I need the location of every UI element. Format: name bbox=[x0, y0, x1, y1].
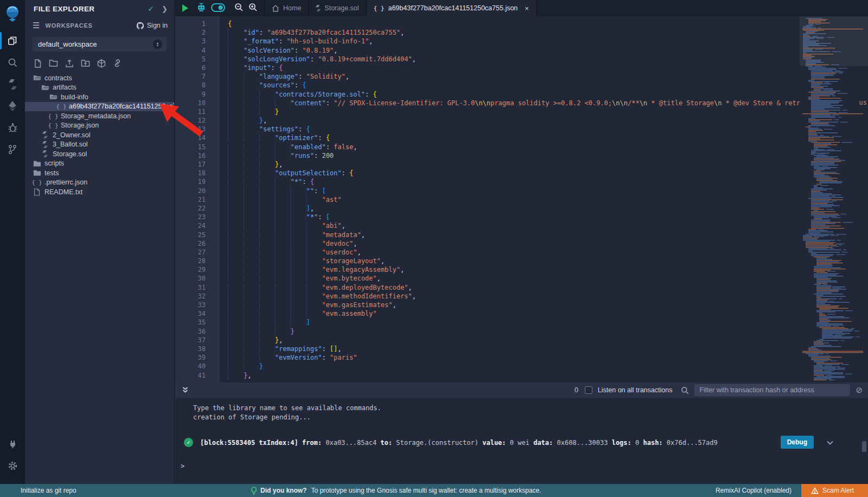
tree-item-artifacts[interactable]: artifacts bbox=[25, 83, 174, 93]
tree-item-tests[interactable]: tests bbox=[25, 168, 174, 178]
terminal[interactable]: Type the library name to see available c… bbox=[175, 398, 868, 484]
line-number[interactable]: 12 bbox=[175, 116, 219, 125]
tree-item-build-info[interactable]: build-info bbox=[25, 92, 174, 102]
run-script-button[interactable] bbox=[182, 4, 188, 12]
transaction-log-row[interactable]: ✓ [block:5583405 txIndex:4] from: 0xa03.… bbox=[184, 438, 868, 447]
tree-item-storage-metadata-json[interactable]: { }Storage_metadata.json bbox=[25, 111, 174, 121]
scam-alert-badge[interactable]: Scam Alert bbox=[801, 484, 868, 497]
line-number[interactable]: 4 bbox=[175, 46, 219, 55]
close-icon[interactable]: × bbox=[525, 4, 529, 12]
line-number[interactable]: 41 bbox=[175, 371, 219, 380]
line-number[interactable]: 40 bbox=[175, 362, 219, 371]
new-file-icon[interactable] bbox=[34, 59, 42, 68]
line-number[interactable]: 29 bbox=[175, 265, 219, 274]
sidebar-item-search[interactable] bbox=[0, 52, 25, 73]
terminal-prompt[interactable]: > bbox=[181, 462, 868, 470]
tree-item-scripts[interactable]: scripts bbox=[25, 159, 174, 169]
line-number[interactable]: 34 bbox=[175, 309, 219, 318]
tree-item--prettierrc-json[interactable]: { }.prettierrc.json bbox=[25, 178, 174, 188]
terminal-scrollbar-thumb[interactable] bbox=[862, 441, 866, 452]
line-number[interactable]: 14 bbox=[175, 133, 219, 142]
code-editor[interactable]: 1234567891011121314151617181920212223242… bbox=[175, 16, 868, 383]
sidebar-item-file-explorer[interactable] bbox=[0, 30, 25, 52]
link-icon[interactable] bbox=[113, 59, 122, 68]
line-number[interactable]: 6 bbox=[175, 63, 219, 72]
line-number[interactable]: 26 bbox=[175, 239, 219, 248]
zoom-in-icon[interactable] bbox=[248, 3, 258, 14]
line-number[interactable]: 33 bbox=[175, 301, 219, 309]
line-number[interactable]: 32 bbox=[175, 292, 219, 301]
line-number[interactable]: 21 bbox=[175, 195, 219, 204]
sidebar-item-settings[interactable] bbox=[0, 455, 25, 476]
tree-item-contracts[interactable]: contracts bbox=[25, 73, 174, 83]
line-number[interactable]: 25 bbox=[175, 231, 219, 239]
debug-button[interactable]: Debug bbox=[781, 436, 814, 449]
sidebar-item-deploy-run[interactable] bbox=[0, 95, 25, 117]
tab-a69b43f277ba20fcac141151250ca755-json[interactable]: { }a69b43f277ba20fcac141151250ca755.json… bbox=[367, 0, 537, 16]
sign-in-button[interactable]: Sign in bbox=[136, 22, 168, 30]
clear-console-icon[interactable]: ⊘ bbox=[856, 385, 863, 395]
sidebar-item-solidity-compiler[interactable] bbox=[0, 73, 25, 95]
workspace-select[interactable]: default_workspace ▲▼ bbox=[33, 37, 167, 52]
line-number[interactable]: 13 bbox=[175, 125, 219, 133]
line-number[interactable]: 37 bbox=[175, 336, 219, 345]
tab-storage-sol[interactable]: Storage.sol bbox=[309, 0, 366, 16]
tree-item-storage-json[interactable]: { }Storage.json bbox=[25, 121, 174, 131]
line-number[interactable]: 7 bbox=[175, 72, 219, 81]
tree-item-2-owner-sol[interactable]: 2_Owner.sol bbox=[25, 130, 174, 140]
line-number[interactable]: 8 bbox=[175, 81, 219, 90]
zoom-out-icon[interactable] bbox=[234, 3, 244, 14]
sidebar-item-debugger[interactable] bbox=[0, 117, 25, 138]
line-number[interactable]: 20 bbox=[175, 187, 219, 195]
line-number[interactable]: 28 bbox=[175, 257, 219, 265]
ai-copilot-robot-icon[interactable] bbox=[196, 3, 206, 14]
upload-file-icon[interactable] bbox=[65, 59, 74, 68]
tree-item-readme-txt[interactable]: README.txt bbox=[25, 187, 174, 197]
hamburger-menu-icon[interactable]: ☰ bbox=[33, 21, 40, 30]
upload-folder-icon[interactable] bbox=[81, 59, 90, 68]
line-number[interactable]: 36 bbox=[175, 327, 219, 336]
tree-item-a69b43f277ba20fcac141151250ca7-[interactable]: { }a69b43f277ba20fcac141151250ca7... bbox=[25, 102, 174, 112]
line-number[interactable]: 5 bbox=[175, 55, 219, 63]
line-number[interactable]: 17 bbox=[175, 160, 219, 169]
line-number[interactable]: 11 bbox=[175, 107, 219, 116]
terminal-search-icon[interactable] bbox=[681, 386, 689, 394]
line-number[interactable]: 1 bbox=[175, 20, 219, 28]
line-number[interactable]: 30 bbox=[175, 274, 219, 283]
listen-all-checkbox[interactable] bbox=[585, 386, 592, 394]
line-number[interactable]: 9 bbox=[175, 90, 219, 99]
remix-logo-icon[interactable] bbox=[4, 5, 21, 22]
line-number[interactable]: 18 bbox=[175, 169, 219, 177]
line-number[interactable]: 10 bbox=[175, 99, 219, 107]
transaction-filter-input[interactable] bbox=[694, 384, 850, 396]
ipfs-cube-icon[interactable] bbox=[97, 59, 106, 68]
new-folder-icon[interactable] bbox=[49, 59, 58, 68]
tab-home[interactable]: Home bbox=[265, 0, 309, 16]
tree-item-3-ballot-sol[interactable]: 3_Ballot.sol bbox=[25, 140, 174, 150]
line-number[interactable]: 2 bbox=[175, 28, 219, 37]
sidebar-item-plugin-manager[interactable] bbox=[0, 433, 25, 455]
line-number[interactable]: 19 bbox=[175, 177, 219, 186]
expand-transaction-icon[interactable] bbox=[826, 439, 834, 448]
line-number[interactable]: 38 bbox=[175, 345, 219, 353]
line-number[interactable]: 31 bbox=[175, 283, 219, 292]
sidebar-item-git[interactable] bbox=[0, 138, 25, 160]
tree-item-storage-sol[interactable]: Storage.sol bbox=[25, 149, 174, 159]
line-number[interactable]: 27 bbox=[175, 248, 219, 257]
line-number[interactable]: 23 bbox=[175, 213, 219, 221]
terminal-collapse-icon[interactable] bbox=[182, 386, 189, 394]
line-number[interactable]: 15 bbox=[175, 143, 219, 151]
line-number[interactable]: 24 bbox=[175, 221, 219, 230]
minimap[interactable] bbox=[800, 16, 868, 383]
chevron-right-icon[interactable]: ❯ bbox=[162, 5, 168, 13]
line-number[interactable]: 35 bbox=[175, 318, 219, 327]
line-number[interactable]: 22 bbox=[175, 204, 219, 213]
line-number[interactable]: 3 bbox=[175, 37, 219, 46]
git-init-button[interactable]: Initialize as git repo bbox=[0, 487, 76, 494]
code-line: "evm.deployedBytecode", bbox=[228, 283, 868, 292]
line-number[interactable]: 16 bbox=[175, 151, 219, 160]
copilot-status[interactable]: RemixAI Copilot (enabled) bbox=[716, 487, 792, 494]
copilot-toggle[interactable] bbox=[211, 3, 225, 14]
home-icon bbox=[272, 5, 279, 12]
line-number[interactable]: 39 bbox=[175, 353, 219, 362]
